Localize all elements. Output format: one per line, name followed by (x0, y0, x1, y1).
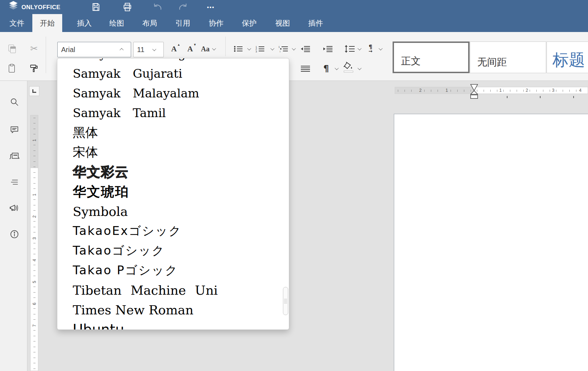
comments-button[interactable] (9, 125, 19, 135)
chat-icon (9, 152, 19, 161)
tab-home[interactable]: 开始 (32, 14, 62, 32)
indent-marker[interactable] (470, 84, 478, 99)
ruler-number: 2 (524, 88, 530, 93)
font-size-input[interactable] (134, 46, 153, 54)
ruler-number: 1 (32, 192, 37, 198)
undo-button[interactable] (151, 1, 164, 13)
search-button[interactable] (9, 97, 19, 107)
change-case-dropdown[interactable] (211, 44, 217, 54)
document-page[interactable] (394, 114, 588, 371)
default-tab-stop (507, 96, 508, 98)
font-option-sthupo[interactable]: 华文琥珀 (57, 182, 289, 202)
bullet-list-icon (234, 45, 243, 52)
tab-view[interactable]: 视图 (270, 14, 295, 32)
font-option-stcaiyun[interactable]: 华文彩云 (57, 162, 289, 182)
horizontal-ruler[interactable]: 2 1 1 2 3 4 (395, 87, 588, 94)
ruler-number: 4 (32, 257, 37, 263)
ribbon-tabs: 文件 开始 插入 绘图 布局 引用 协作 保护 视图 插件 (0, 14, 588, 32)
decrease-indent-button[interactable] (299, 43, 311, 55)
chat-button[interactable] (9, 151, 19, 161)
tab-plugins[interactable]: 插件 (303, 14, 328, 32)
justify-button[interactable] (299, 63, 311, 74)
style-name: 无间距 (470, 57, 507, 73)
more-button[interactable]: ••• (205, 1, 217, 13)
nonprinting-chars-icon: ¶ (323, 64, 329, 73)
tab-layout[interactable]: 布局 (137, 14, 162, 32)
nonprinting-chars-button[interactable]: ¶ (321, 62, 332, 74)
style-heading[interactable]: 标题 (547, 41, 588, 73)
font-option-simsun[interactable]: 宋体 (57, 142, 289, 162)
font-option-ubuntu[interactable]: Ubuntu (57, 320, 289, 330)
font-option-symbola[interactable]: Symbola (57, 202, 289, 221)
navigation-button[interactable] (9, 177, 19, 187)
save-button[interactable] (90, 1, 102, 13)
font-option-samyak-devanagari[interactable]: Samyak Devanagari (57, 58, 289, 64)
redo-icon (178, 2, 188, 12)
about-icon (10, 230, 19, 239)
svg-text:i: i (280, 50, 280, 53)
copy-button[interactable] (7, 44, 18, 54)
app-window: ONLYOFFICE ••• 文件 开始 插入 (0, 0, 588, 371)
bullet-list-dropdown[interactable] (246, 44, 252, 54)
font-option-takaoex-gothic[interactable]: TakaoExゴシック (57, 221, 289, 241)
font-option-simhei[interactable]: 黑体 (57, 123, 289, 142)
app-title: ONLYOFFICE (21, 1, 60, 13)
tab-draw[interactable]: 绘图 (104, 14, 129, 32)
ruler-number: 5 (32, 279, 37, 285)
font-size-combobox[interactable] (133, 42, 164, 57)
feedback-button[interactable] (9, 203, 19, 213)
chevron-down-icon (152, 47, 156, 51)
tab-stop-selector[interactable] (29, 86, 39, 96)
shading-button[interactable] (342, 62, 354, 72)
line-spacing-dropdown[interactable] (356, 44, 363, 54)
default-tab-stop (573, 96, 574, 98)
shading-dropdown[interactable] (356, 63, 363, 74)
bullet-list-button[interactable] (233, 43, 244, 55)
vertical-ruler[interactable]: 1 1 2 3 4 5 6 7 (30, 115, 38, 371)
nonprinting-chars-dropdown[interactable] (334, 63, 340, 74)
multilevel-list-button[interactable]: 1 i (277, 43, 290, 55)
tab-file[interactable]: 文件 (5, 14, 29, 32)
numbered-list-button[interactable]: 1 2 3 (254, 43, 266, 55)
font-option-tibetan-machine-uni[interactable]: Tibetan Machine Uni (57, 280, 289, 300)
cut-button[interactable]: ✂ (28, 43, 40, 55)
tab-collaboration[interactable]: 协作 (204, 14, 228, 32)
font-option-samyak-gujarati[interactable]: Samyak Gujarati (57, 64, 289, 83)
line-spacing-button[interactable] (343, 43, 356, 55)
font-name-combobox[interactable] (57, 42, 131, 57)
increase-font-button[interactable]: A▲ (168, 43, 180, 55)
ruler-number: 2 (418, 88, 423, 93)
font-list-dropdown: Samyak Devanagari Samyak Gujarati Samyak… (57, 58, 289, 330)
decrease-font-button[interactable]: A▼ (184, 43, 196, 55)
tab-protection[interactable]: 保护 (237, 14, 261, 32)
increase-indent-button[interactable] (322, 43, 334, 55)
tab-references[interactable]: 引用 (170, 14, 195, 32)
numbered-list-dropdown[interactable] (269, 44, 276, 54)
paragraph-direction-dropdown[interactable] (377, 44, 384, 54)
multilevel-list-dropdown[interactable] (291, 44, 297, 54)
format-painter-button[interactable] (29, 63, 39, 73)
justify-icon (301, 65, 310, 72)
save-icon (91, 2, 101, 12)
dropdown-scrollbar-thumb[interactable] (283, 287, 288, 315)
decrease-font-icon: A▼ (187, 44, 193, 53)
print-icon (123, 2, 132, 12)
style-no-spacing[interactable]: 无间距 (470, 41, 546, 73)
redo-button[interactable] (177, 1, 189, 13)
decrease-indent-icon (301, 45, 310, 52)
font-option-takao-pgothic[interactable]: Takao Pゴシック (57, 261, 289, 280)
about-button[interactable] (9, 229, 19, 239)
paragraph-direction-icon: ¶→ (369, 44, 373, 53)
font-option-samyak-tamil[interactable]: Samyak Tamil (57, 103, 289, 123)
paste-button[interactable] (7, 63, 18, 73)
ruler-ticks (33, 115, 35, 371)
print-button[interactable] (121, 1, 134, 13)
tab-insert[interactable]: 插入 (72, 14, 97, 32)
paragraph-direction-button[interactable]: ¶→ (365, 43, 376, 55)
svg-text:1: 1 (278, 45, 280, 49)
font-option-samyak-malayalam[interactable]: Samyak Malayalam (57, 83, 289, 103)
font-name-input[interactable] (58, 46, 120, 54)
font-option-takao-gothic[interactable]: Takaoゴシック (57, 241, 289, 261)
font-option-times-new-roman[interactable]: Times New Roman (57, 300, 289, 320)
style-normal[interactable]: 正文 (393, 41, 470, 73)
